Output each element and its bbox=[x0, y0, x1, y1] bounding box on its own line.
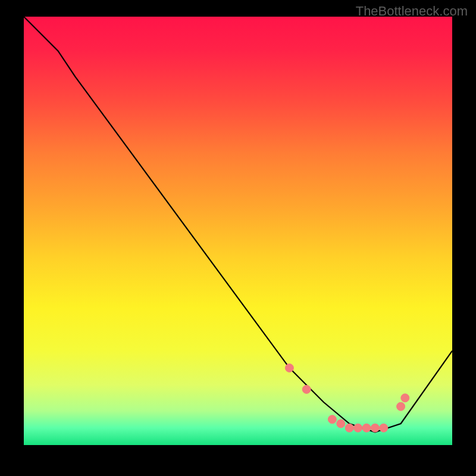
line-series bbox=[24, 17, 452, 432]
watermark-text: TheBottleneck.com bbox=[356, 4, 468, 19]
data-point bbox=[371, 424, 379, 432]
data-point bbox=[380, 424, 388, 432]
data-point bbox=[362, 424, 371, 432]
chart-svg bbox=[24, 17, 452, 445]
data-point bbox=[401, 394, 409, 402]
data-point bbox=[337, 419, 345, 428]
data-point bbox=[328, 415, 336, 424]
chart-container bbox=[24, 17, 452, 445]
data-point bbox=[354, 424, 362, 432]
data-point bbox=[397, 402, 405, 411]
data-point bbox=[345, 424, 353, 432]
data-point bbox=[285, 364, 293, 372]
data-point bbox=[302, 385, 311, 393]
